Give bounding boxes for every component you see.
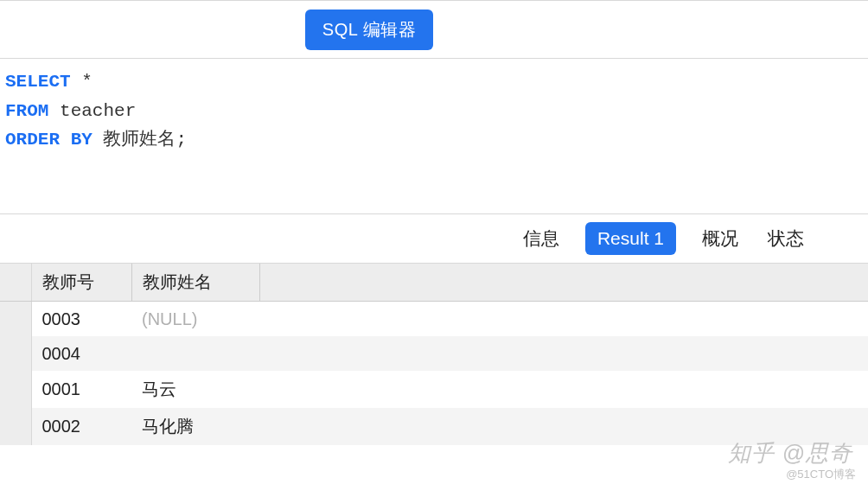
row-gutter-header (0, 264, 31, 302)
sql-editor-button[interactable]: SQL 编辑器 (305, 10, 433, 50)
tab-result[interactable]: Result 1 (585, 222, 676, 255)
table-row[interactable]: 0003(NULL) (0, 302, 868, 336)
cell-teacher-id[interactable]: 0003 (31, 302, 131, 336)
sql-editor-area[interactable]: SELECT * FROM teacher ORDER BY 教师姓名; (0, 59, 868, 214)
cell-teacher-name[interactable] (131, 336, 259, 371)
toolbar: SQL 编辑器 (0, 0, 868, 59)
row-gutter (0, 371, 31, 408)
cell-empty (259, 371, 868, 408)
cell-teacher-name[interactable]: (NULL) (131, 302, 259, 336)
row-gutter (0, 408, 31, 445)
sql-keyword: BY (71, 130, 93, 150)
sql-text: 教师姓名; (93, 130, 187, 150)
result-tabs: 信息 Result 1 概况 状态 (0, 214, 868, 263)
cell-teacher-id[interactable]: 0001 (31, 371, 131, 408)
cell-teacher-name[interactable]: 马化腾 (131, 408, 259, 445)
sql-text (60, 130, 71, 150)
sql-keyword: ORDER (5, 130, 60, 150)
column-header-id[interactable]: 教师号 (31, 264, 131, 302)
result-table: 教师号 教师姓名 0003(NULL)00040001马云0002马化腾 (0, 263, 868, 445)
table-row[interactable]: 0001马云 (0, 371, 868, 408)
row-gutter (0, 302, 31, 336)
cell-empty (259, 336, 868, 371)
sql-keyword: SELECT (5, 72, 71, 92)
cell-empty (259, 408, 868, 445)
tab-info[interactable]: 信息 (520, 221, 563, 256)
table-row[interactable]: 0004 (0, 336, 868, 371)
cell-teacher-id[interactable]: 0002 (31, 408, 131, 445)
table-header-row: 教师号 教师姓名 (0, 264, 868, 302)
cell-teacher-id[interactable]: 0004 (31, 336, 131, 371)
watermark-cto: @51CTO博客 (786, 467, 856, 482)
sql-text: * (71, 72, 93, 92)
column-header-name[interactable]: 教师姓名 (131, 264, 259, 302)
tab-status[interactable]: 状态 (764, 221, 807, 256)
cell-teacher-name[interactable]: 马云 (131, 371, 259, 408)
column-header-empty (259, 264, 868, 302)
tab-profile[interactable]: 概况 (699, 221, 742, 256)
sql-keyword: FROM (5, 101, 48, 121)
row-gutter (0, 336, 31, 371)
table-row[interactable]: 0002马化腾 (0, 408, 868, 445)
cell-empty (259, 302, 868, 336)
sql-text: teacher (48, 101, 136, 121)
